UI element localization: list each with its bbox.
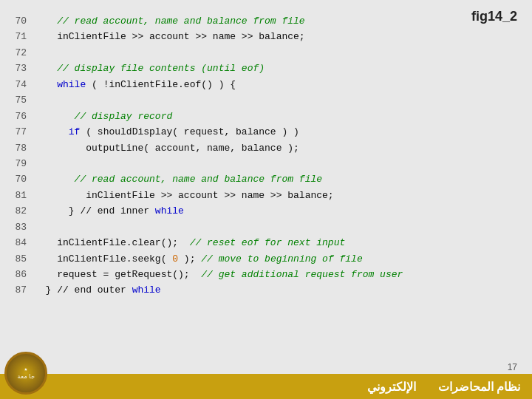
code-line: 81 inClientFile >> account >> name >> ba… <box>7 188 532 203</box>
code-token: // reset eof for next input <box>190 235 346 250</box>
line-number: 75 <box>7 92 34 108</box>
code-line: 71 inClientFile >> account >> name >> ba… <box>7 29 532 44</box>
code-token: inClientFile >> account >> name >> balan… <box>34 188 334 203</box>
code-token: } // end inner <box>34 203 155 219</box>
line-number: 85 <box>7 251 34 267</box>
line-number: 79 <box>7 156 34 171</box>
code-line: 83 <box>7 219 532 235</box>
line-number: 73 <box>7 61 34 76</box>
code-token: // read account, name and balance from f… <box>34 171 322 187</box>
bottom-bar-text2: الإلكتروني <box>367 380 416 394</box>
page-number: 17 <box>508 362 517 372</box>
code-token: } // end outer <box>34 282 132 298</box>
code-line: 76 // display record <box>7 109 532 124</box>
code-line: 73 // display file contents (until eof) <box>7 61 532 76</box>
line-number: 70 <box>7 171 34 187</box>
code-line: 72 <box>7 45 532 61</box>
code-area: 70 // read account, name and balance fro… <box>0 7 532 392</box>
code-token: request = getRequest(); <box>34 267 201 282</box>
bottom-bar-text1: نظام المحاضرات <box>438 380 520 394</box>
line-number: 77 <box>7 124 34 140</box>
code-token: while <box>155 203 184 219</box>
line-number: 82 <box>7 203 34 219</box>
line-number: 81 <box>7 188 34 203</box>
code-line: 70 // read account, name and balance fro… <box>7 171 532 187</box>
line-number: 83 <box>7 219 34 235</box>
seal-circle: ★جامعة <box>4 352 47 395</box>
code-line: 84 inClientFile.clear(); // reset eof fo… <box>7 235 532 250</box>
line-number: 84 <box>7 235 34 250</box>
code-token: inClientFile >> account >> name >> balan… <box>34 29 305 44</box>
code-line: 85 inClientFile.seekg( 0 ); // move to b… <box>7 251 532 267</box>
line-number: 72 <box>7 45 34 61</box>
seal-inner: ★جامعة <box>17 366 35 380</box>
line-number: 78 <box>7 140 34 156</box>
code-token: while <box>57 77 86 92</box>
code-token: inClientFile.clear(); <box>34 235 190 250</box>
code-token: // display record <box>34 109 172 124</box>
code-line: 87 } // end outer while <box>7 282 532 298</box>
main-content: 70 // read account, name and balance fro… <box>0 0 532 399</box>
code-token <box>34 124 69 140</box>
code-token: // move to beginning of file <box>201 251 362 267</box>
code-token: ); <box>178 251 201 267</box>
code-token: ( shouldDisplay( request, balance ) ) <box>80 124 299 140</box>
code-line: 82 } // end inner while <box>7 203 532 219</box>
line-number: 74 <box>7 77 34 92</box>
code-line: 86 request = getRequest(); // get additi… <box>7 267 532 282</box>
bottom-bar: الإلكتروني نظام المحاضرات <box>0 374 532 399</box>
line-number: 86 <box>7 267 34 282</box>
code-token: outputLine( account, name, balance ); <box>34 140 299 156</box>
code-line: 70 // read account, name and balance fro… <box>7 13 532 29</box>
line-number: 70 <box>7 13 34 29</box>
seal: ★جامعة <box>4 352 49 396</box>
line-number: 87 <box>7 282 34 298</box>
code-token: // read account, name and balance from f… <box>34 13 305 29</box>
code-token: if <box>69 124 81 140</box>
fig-label: fig14_2 <box>471 9 517 24</box>
code-token: ( !inClientFile.eof() ) { <box>86 77 236 92</box>
line-number: 71 <box>7 29 34 44</box>
code-token: while <box>132 282 161 298</box>
code-token: // display file contents (until eof) <box>34 61 265 76</box>
code-token: 0 <box>172 251 178 267</box>
code-line: 79 <box>7 156 532 171</box>
code-token <box>34 77 57 92</box>
code-token: // get additional request from user <box>201 267 403 282</box>
code-line: 78 outputLine( account, name, balance ); <box>7 140 532 156</box>
code-token: inClientFile.seekg( <box>34 251 172 267</box>
code-line: 75 <box>7 92 532 108</box>
code-line: 74 while ( !inClientFile.eof() ) { <box>7 77 532 92</box>
code-line: 77 if ( shouldDisplay( request, balance … <box>7 124 532 140</box>
line-number: 76 <box>7 109 34 124</box>
